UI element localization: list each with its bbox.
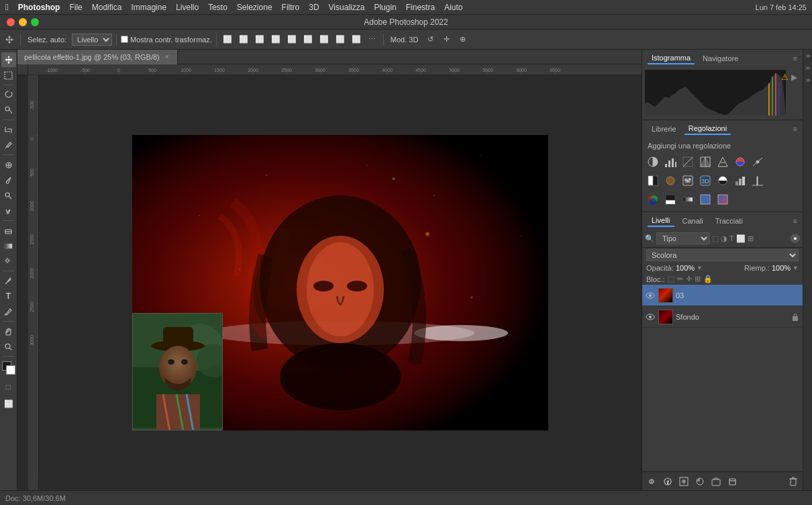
collapse-button-1[interactable]: ≫ — [805, 52, 811, 59]
gradient-fill-icon[interactable] — [715, 191, 731, 208]
livelli-tab[interactable]: Livelli — [648, 215, 674, 227]
histogram-info-icon[interactable]: ▶ — [791, 73, 797, 82]
fill-arrow-icon[interactable]: ▼ — [793, 265, 799, 271]
level-select[interactable]: Livello — [72, 34, 112, 46]
document-tab[interactable]: pellicola effetto-1.jpg @ 25% (03, RGB/8… — [17, 50, 178, 64]
delete-layer-icon[interactable] — [786, 475, 800, 488]
3d-orbit-icon[interactable]: ↺ — [423, 33, 437, 46]
marquee-tool[interactable] — [1, 68, 16, 83]
add-style-icon[interactable]: f — [661, 475, 674, 488]
distribute-right-icon[interactable]: ⬜ — [350, 33, 363, 46]
text-tool[interactable]: T — [1, 289, 16, 304]
tab-close-button[interactable]: × — [164, 54, 170, 60]
selective-color-icon[interactable] — [645, 191, 661, 208]
pen-tool[interactable] — [1, 273, 16, 288]
move-tool[interactable] — [1, 52, 16, 67]
levels-icon[interactable] — [662, 154, 678, 170]
menu-modifica[interactable]: Modifica — [92, 3, 122, 12]
adjustments-menu-icon[interactable]: ≡ — [793, 125, 797, 133]
lock-all-icon[interactable]: 🔒 — [703, 275, 713, 283]
lock-artboard-icon[interactable]: ⊞ — [695, 275, 701, 283]
filter-smartobj-icon[interactable]: ⊞ — [748, 234, 754, 243]
eraser-tool[interactable] — [1, 223, 16, 238]
threshold-icon[interactable] — [750, 173, 766, 189]
menu-finestra[interactable]: Finestra — [406, 3, 435, 12]
show-transform-checkbox[interactable] — [121, 36, 128, 43]
layers-menu-icon[interactable]: ≡ — [793, 217, 797, 225]
3d-zoom-icon[interactable]: ⊕ — [456, 33, 469, 46]
menu-livello[interactable]: Livello — [176, 3, 199, 12]
invert-icon[interactable] — [715, 173, 731, 189]
vibrance-icon[interactable] — [715, 154, 731, 170]
regolazioni-tab[interactable]: Regolazioni — [684, 123, 731, 135]
close-button[interactable] — [7, 18, 15, 26]
clone-tool[interactable] — [1, 188, 16, 203]
bw-icon[interactable] — [645, 173, 661, 189]
eyedropper-tool[interactable] — [1, 138, 16, 152]
lock-transparent-icon[interactable]: ⬚ — [668, 275, 674, 283]
tracciati-tab[interactable]: Tracciati — [711, 216, 747, 226]
crop-tool[interactable] — [1, 122, 16, 137]
lock-position-icon[interactable]: ✛ — [686, 275, 692, 283]
menu-file[interactable]: File — [69, 3, 82, 12]
gradient-map-icon[interactable] — [680, 191, 696, 208]
distribute-center-icon[interactable]: ⬜ — [334, 33, 347, 46]
navigator-tab[interactable]: Navigatore — [699, 53, 742, 64]
menu-plugin[interactable]: Plugin — [374, 3, 396, 12]
blend-mode-select[interactable]: Scolora — [646, 249, 799, 261]
history-brush-tool[interactable] — [1, 203, 16, 218]
maximize-button[interactable] — [31, 18, 39, 26]
solid-color-icon[interactable] — [697, 191, 713, 208]
posterize-icon[interactable] — [732, 173, 748, 189]
new-adjustment-icon[interactable] — [693, 475, 707, 488]
add-mask-icon[interactable] — [677, 475, 691, 488]
menu-testo[interactable]: Testo — [208, 3, 227, 12]
layer-visibility-sfondo[interactable] — [645, 312, 656, 322]
filter-pixel-icon[interactable]: ⬚ — [712, 234, 719, 243]
align-left-icon[interactable]: ⬜ — [221, 33, 234, 46]
histogram-tab[interactable]: Istogramma — [648, 52, 695, 64]
brush-tool[interactable] — [1, 173, 16, 187]
exposure-icon[interactable] — [697, 154, 713, 170]
lock-paint-icon[interactable]: ✏ — [677, 275, 683, 283]
filter-adjustment-icon[interactable]: ◑ — [721, 234, 727, 243]
menu-filtro[interactable]: Filtro — [282, 3, 300, 12]
canali-tab[interactable]: Canali — [678, 216, 707, 226]
layer-visibility-03[interactable] — [645, 290, 656, 301]
new-group-icon[interactable] — [709, 475, 723, 488]
color-balance-icon[interactable] — [750, 154, 766, 170]
zoom-tool[interactable] — [1, 339, 16, 354]
screen-mode-btn[interactable]: ⬜ — [1, 396, 16, 411]
align-right-icon[interactable]: ⬜ — [253, 33, 266, 46]
collapse-button-3[interactable]: ≫ — [805, 77, 811, 83]
align-bottom-icon[interactable]: ⬜ — [301, 33, 315, 46]
histogram-menu-icon[interactable]: ≡ — [793, 54, 797, 62]
lasso-tool[interactable] — [1, 87, 16, 102]
hand-tool[interactable] — [1, 324, 16, 338]
link-layers-icon[interactable] — [645, 475, 658, 488]
photo-filter-icon[interactable] — [662, 173, 678, 189]
menu-visualizza[interactable]: Visualizza — [329, 3, 365, 12]
align-middle-icon[interactable]: ⬜ — [285, 33, 299, 46]
channel-mixer-icon[interactable] — [680, 173, 696, 189]
quick-mask-btn[interactable]: ⬚ — [1, 379, 16, 394]
filter-shape-icon[interactable]: ⬜ — [736, 234, 746, 243]
minimize-button[interactable] — [19, 18, 27, 26]
more-options-icon[interactable]: ⋯ — [366, 33, 379, 46]
gradient-tool[interactable] — [1, 238, 16, 253]
align-center-h-icon[interactable]: ⬜ — [237, 33, 250, 46]
opacity-value[interactable]: 100% — [676, 264, 695, 272]
curves-icon[interactable] — [680, 154, 696, 170]
background-color[interactable] — [6, 365, 15, 375]
menu-immagine[interactable]: Immagine — [131, 3, 166, 12]
hue-saturation-icon[interactable] — [732, 154, 748, 170]
color-lookup-icon[interactable]: 3D — [697, 173, 713, 189]
filter-type-icon[interactable]: T — [729, 234, 734, 243]
app-name[interactable]: Photoshop — [18, 3, 60, 12]
layer-row-sfondo[interactable]: Sfondo — [642, 306, 803, 328]
collapse-button-2[interactable]: ≫ — [805, 64, 811, 71]
healing-tool[interactable] — [1, 157, 16, 172]
color-swatches[interactable] — [2, 361, 15, 375]
distribute-left-icon[interactable]: ⬜ — [317, 33, 331, 46]
layer-row-03[interactable]: 03 — [642, 285, 803, 306]
